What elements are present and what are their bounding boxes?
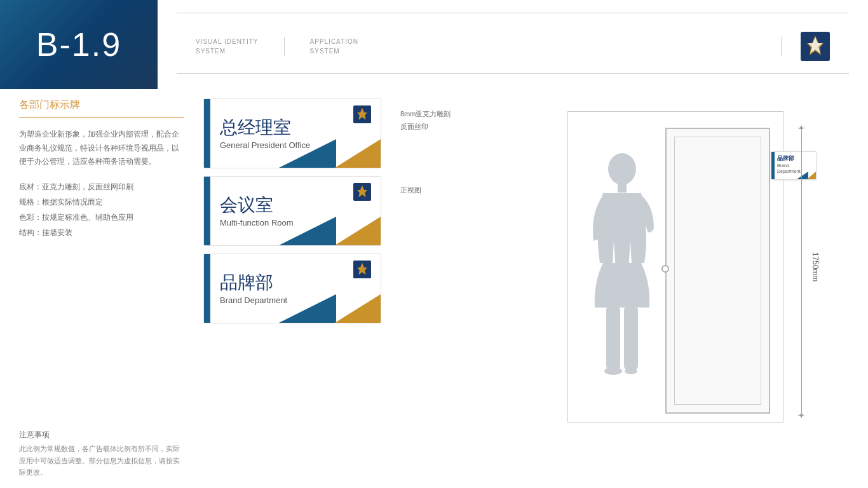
door-sign-cn: 品牌部 <box>777 154 813 163</box>
sign-card-2: 会议室 Multi-function Room <box>203 176 381 246</box>
view-label-container: 正视图 <box>400 184 496 197</box>
header-right: VISUAL IDENTITY SYSTEM APPLICATION SYSTE… <box>158 0 868 74</box>
door-frame: 品牌部 Brand Department <box>665 128 770 414</box>
annotation-line2: 反面丝印 <box>400 121 496 133</box>
spec-item: 规格：根据实际情况而定 <box>19 194 184 210</box>
section-header: 各部门标示牌 <box>19 98 184 128</box>
svg-rect-12 <box>624 306 638 370</box>
dim-arrow-top <box>799 125 803 129</box>
header: B-1.9 VISUAL IDENTITY SYSTEM APPLICATION… <box>0 0 868 89</box>
door-inner-frame <box>674 137 761 405</box>
note-title: 注意事项 <box>19 430 184 440</box>
dimension-view: 品牌部 Brand Department 1750mm <box>496 98 855 478</box>
sign-logo-3 <box>353 261 371 278</box>
section-title: 各部门标示牌 <box>19 98 184 112</box>
sign-chinese-3: 品牌部 <box>220 272 371 294</box>
svg-point-9 <box>608 153 636 185</box>
header-bottom-line <box>177 73 849 74</box>
sign-logo-1 <box>353 105 371 123</box>
spec-item: 色彩：按规定标准色、辅助色应用 <box>19 210 184 225</box>
svg-rect-10 <box>618 183 627 193</box>
sign-card-inner-3: 品牌部 Brand Department <box>204 254 381 323</box>
spec-item: 结构：挂墙安装 <box>19 225 184 240</box>
view-label: 正视图 <box>400 184 496 197</box>
sign-blue-bar-3 <box>204 254 210 323</box>
sign-blue-bar <box>204 99 210 168</box>
svg-point-13 <box>604 367 622 375</box>
signs-area: 总经理室 General President Office <box>203 98 496 478</box>
sign-chinese-1: 总经理室 <box>220 117 371 139</box>
spec-item: 底材：亚克力雕刻，反面丝网印刷 <box>19 179 184 194</box>
annotation-line1: 8mm亚克力雕刻 <box>400 108 496 121</box>
brand-logo-icon <box>801 32 830 61</box>
app-section: APPLICATION SYSTEM <box>285 37 782 56</box>
sign-card-inner-2: 会议室 Multi-function Room <box>204 177 381 245</box>
sign-card-1: 总经理室 General President Office <box>203 98 381 168</box>
header-top-line <box>177 13 849 13</box>
description-text: 为塑造企业新形象，加强企业内部管理，配合企业商务礼仪规范，特设计各种环境导视用品… <box>19 128 184 169</box>
sign-decoration-2 <box>266 217 381 245</box>
logo-text: B-1.9 <box>36 25 121 64</box>
door-handle <box>661 265 669 273</box>
blue-tri <box>279 139 336 168</box>
left-panel-inner: 各部门标示牌 为塑造企业新形象，加强企业内部管理，配合企业商务礼仪规范，特设计各… <box>19 98 184 478</box>
gold-tri <box>335 139 381 168</box>
header-sections: VISUAL IDENTITY SYSTEM APPLICATION SYSTE… <box>177 13 849 61</box>
sign-card-3: 品牌部 Brand Department <box>203 254 381 323</box>
vis-section: VISUAL IDENTITY SYSTEM <box>177 37 285 56</box>
vis-label: VISUAL IDENTITY SYSTEM <box>196 37 259 56</box>
dimension-label: 1750mm <box>811 252 820 282</box>
spec-text: 底材：亚克力雕刻，反面丝网印刷 规格：根据实际情况而定 色彩：按规定标准色、辅助… <box>19 179 184 240</box>
sign-decoration-1 <box>266 139 381 168</box>
note-section: 注意事项 此比例为常规数值，各广告载体比例有所不同，实际应用中可做适当调整。部分… <box>19 417 184 478</box>
signs-panel: 总经理室 General President Office <box>203 98 394 478</box>
outer-frame: 品牌部 Brand Department 1750mm <box>567 111 783 423</box>
person-silhouette <box>581 142 663 416</box>
door-sign-bar <box>771 152 775 179</box>
dim-line-vertical <box>801 128 802 416</box>
svg-point-14 <box>625 368 637 374</box>
note-text: 此比例为常规数值，各广告载体比例有所不同，实际应用中可做适当调整。部分信息为虚拟… <box>19 443 184 478</box>
sign-card-inner: 总经理室 General President Office <box>204 99 381 168</box>
logo-box: B-1.9 <box>0 0 158 89</box>
main-content: 各部门标示牌 为塑造企业新形象，加强企业内部管理，配合企业商务礼仪规范，特设计各… <box>0 89 868 488</box>
app-label: APPLICATION SYSTEM <box>310 37 756 56</box>
door-sign-card: 品牌部 Brand Department <box>771 151 817 180</box>
svg-rect-11 <box>606 306 620 370</box>
title-underline <box>19 117 184 118</box>
left-panel: 各部门标示牌 为塑造企业新形象，加强企业内部管理，配合企业商务礼仪规范，特设计各… <box>19 98 203 478</box>
sign-blue-bar-2 <box>204 177 210 245</box>
brand-section <box>782 32 849 61</box>
sign-logo-2 <box>353 183 371 201</box>
annotation-area: 8mm亚克力雕刻 反面丝印 正视图 <box>394 98 496 478</box>
sign-decoration-3 <box>266 294 381 323</box>
sign-chinese-2: 会议室 <box>220 194 371 216</box>
